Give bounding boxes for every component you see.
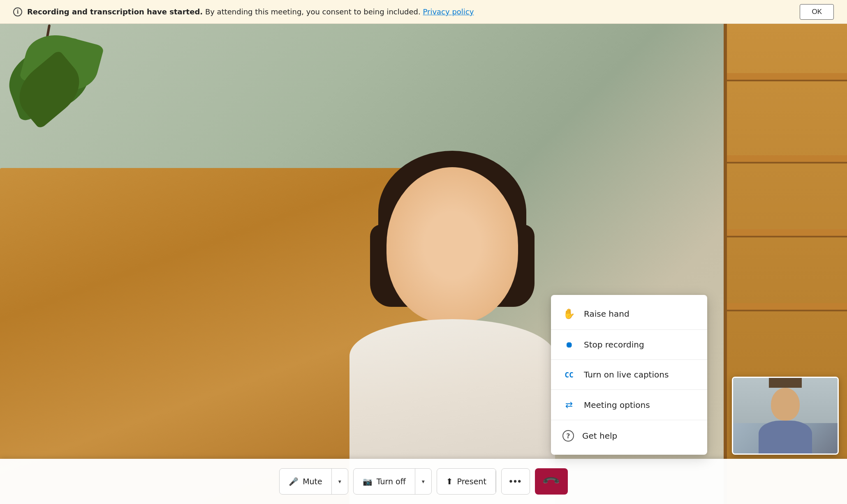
info-icon: ℹ [13, 7, 22, 16]
shelf-board [727, 73, 847, 81]
mute-label: Mute [303, 477, 322, 486]
privacy-policy-link[interactable]: Privacy policy [423, 7, 474, 16]
stop-recording-icon: ⏺ [562, 340, 576, 350]
video-background [0, 24, 847, 504]
live-captions-icon: CC [562, 371, 576, 379]
camera-split-button: 📷 Turn off ▾ [353, 468, 432, 495]
main-video [0, 24, 847, 504]
notification-bar: ℹ Recording and transcription have start… [0, 0, 847, 24]
menu-item-raise-hand[interactable]: ✋ Raise hand [551, 300, 707, 328]
menu-item-stop-recording[interactable]: ⏺ Stop recording [551, 331, 707, 358]
present-icon: ⬆ [446, 476, 453, 486]
menu-item-meeting-options[interactable]: ⇄ Meeting options [551, 391, 707, 418]
more-options-button[interactable]: ••• [501, 468, 530, 495]
camera-button[interactable]: 📷 Turn off [354, 469, 415, 494]
context-menu: ✋ Raise hand ⏺ Stop recording CC Turn on… [551, 295, 707, 455]
mini-hair [769, 377, 802, 388]
raise-hand-icon: ✋ [562, 308, 576, 320]
shelf-board [727, 155, 847, 163]
menu-item-label: Meeting options [584, 400, 650, 410]
person-face [386, 167, 518, 323]
mute-split-button: 🎤 Mute ▾ [279, 468, 348, 495]
mute-button[interactable]: 🎤 Mute [280, 469, 332, 494]
menu-item-label: Raise hand [584, 309, 629, 319]
meeting-options-icon: ⇄ [562, 400, 576, 410]
camera-dropdown-button[interactable]: ▾ [415, 469, 431, 494]
menu-item-label: Stop recording [584, 340, 644, 350]
mini-head [771, 388, 800, 421]
notification-text: Recording and transcription have started… [27, 7, 800, 16]
camera-label: Turn off [377, 477, 406, 486]
ok-button[interactable]: OK [800, 4, 834, 20]
present-button[interactable]: ⬆ Present [437, 469, 496, 494]
mute-dropdown-button[interactable]: ▾ [332, 469, 348, 494]
menu-divider [551, 359, 707, 360]
present-split-button: ⬆ Present [437, 468, 496, 495]
menu-item-get-help[interactable]: ? Get help [551, 422, 707, 450]
menu-divider [551, 389, 707, 390]
chevron-down-icon: ▾ [422, 478, 425, 485]
mini-video-thumbnail [732, 377, 839, 455]
more-icon: ••• [509, 476, 522, 487]
chevron-down-icon: ▾ [338, 478, 341, 485]
bg-plant [0, 24, 123, 188]
mini-body [759, 421, 812, 453]
camera-icon: 📷 [363, 477, 373, 486]
shelf-board [727, 229, 847, 237]
video-area: ✋ Raise hand ⏺ Stop recording CC Turn on… [0, 24, 847, 504]
present-label: Present [457, 477, 486, 486]
toolbar: 🎤 Mute ▾ 📷 Turn off ▾ ⬆ Present [0, 459, 847, 504]
help-icon: ? [562, 430, 574, 442]
menu-divider [551, 329, 707, 330]
end-call-icon: 📞 [542, 472, 561, 491]
mini-person [759, 377, 812, 453]
mute-icon: 🎤 [289, 477, 299, 486]
menu-divider [551, 420, 707, 420]
end-call-button[interactable]: 📞 [535, 468, 568, 495]
menu-item-label: Get help [582, 431, 617, 441]
shelf-board [727, 303, 847, 311]
menu-item-live-captions[interactable]: CC Turn on live captions [551, 361, 707, 388]
menu-item-label: Turn on live captions [584, 370, 669, 380]
mini-video-bg [733, 378, 838, 453]
